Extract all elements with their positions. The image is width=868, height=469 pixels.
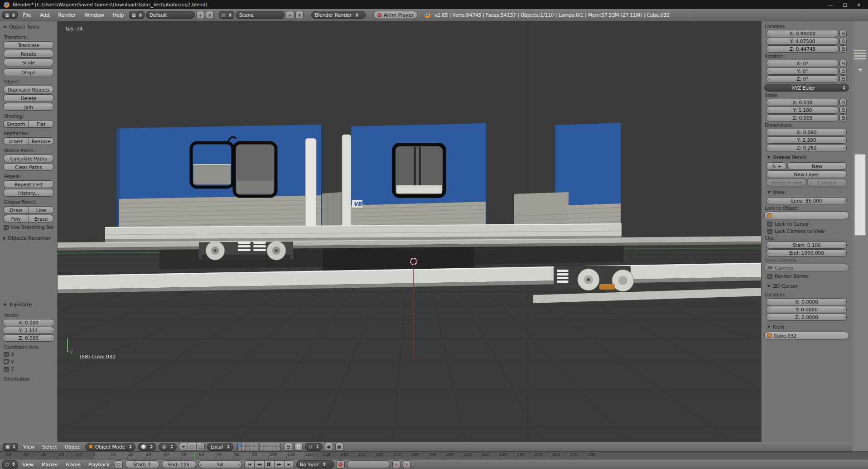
rotation-z-lock-button[interactable] <box>839 75 847 82</box>
stepper[interactable]: › <box>51 329 53 333</box>
rotation-z-field[interactable]: ‹Z: 0°› <box>767 75 839 82</box>
constraint-x-checkbox[interactable]: X <box>4 352 53 357</box>
rotation-y-lock-button[interactable] <box>839 68 847 75</box>
viewport-canvas[interactable]: VB <box>58 21 761 442</box>
stepper[interactable]: › <box>843 138 845 142</box>
layers-widget[interactable] <box>237 443 280 451</box>
stepper[interactable]: › <box>835 77 837 81</box>
select-menu[interactable]: Select <box>39 443 59 450</box>
scale-y-field[interactable]: ‹Y: 1.100› <box>767 106 839 114</box>
screen-layout-browse-button[interactable]: ▦ <box>129 11 145 19</box>
view-menu[interactable]: View <box>20 443 37 450</box>
layer-toggle[interactable] <box>254 447 258 451</box>
scale-x-lock-button[interactable] <box>839 99 847 106</box>
snap-element-dropdown[interactable]: ◇ <box>305 443 323 451</box>
view-panel-header[interactable]: View <box>764 187 849 197</box>
gp-poly-button[interactable]: Poly <box>3 215 29 222</box>
location-y-field[interactable]: ‹Y: 4.07500› <box>767 38 839 45</box>
insert-keyframe-icon-button[interactable]: × <box>392 460 400 468</box>
rotation-x-lock-button[interactable] <box>839 60 847 67</box>
pause-button[interactable]: ▌▌ <box>264 460 274 468</box>
scene-lock-button[interactable] <box>284 443 292 451</box>
constraint-z-checkbox[interactable]: Z <box>4 367 53 372</box>
editor-type-button-timeline[interactable]: ○ <box>2 460 18 469</box>
viewport-3d[interactable]: VB <box>58 21 761 442</box>
dimension-x-field[interactable]: ‹X: 0.060› <box>767 129 847 136</box>
stepper[interactable]: › <box>843 131 845 135</box>
remove-keyframe-button[interactable]: Remove <box>29 137 54 145</box>
repeat-last-button[interactable]: Repeat Last <box>3 180 54 188</box>
join-button[interactable]: Join <box>3 103 54 111</box>
item-panel-header[interactable]: Item <box>764 321 849 332</box>
stepper[interactable]: › <box>835 32 837 36</box>
history-button[interactable]: History... <box>3 189 54 197</box>
dimension-z-field[interactable]: ‹Z: 0.262› <box>767 144 847 151</box>
stepper[interactable]: › <box>835 116 837 120</box>
clear-paths-button[interactable]: Clear Paths <box>3 163 54 171</box>
clip-end-field[interactable]: ‹End: 1000.000› <box>767 249 847 256</box>
remove-scene-button[interactable]: × <box>295 11 304 19</box>
menu-help[interactable]: Help <box>109 11 128 19</box>
expand-plus-icon[interactable]: + <box>852 67 868 73</box>
timeline-view-menu[interactable]: View <box>20 461 37 468</box>
transform-orientation-dropdown[interactable]: Local <box>207 443 233 451</box>
end-frame-field[interactable]: End: 125 <box>162 460 196 468</box>
lock-camera-checkbox[interactable]: Lock Camera to View <box>767 228 846 234</box>
stepper[interactable]: › <box>835 101 837 105</box>
jump-to-start-button[interactable]: |◀ <box>244 460 254 468</box>
add-layout-button[interactable]: + <box>196 11 204 19</box>
menu-add[interactable]: Add <box>36 11 53 19</box>
snap-toggle-button[interactable]: Ω <box>294 443 303 451</box>
rotation-y-field[interactable]: ‹Y: 0°› <box>767 68 839 75</box>
cursor-panel-header[interactable]: 3D Cursor <box>764 280 849 291</box>
rotation-mode-dropdown[interactable]: XYZ Euler <box>764 84 849 92</box>
redo-translate-panel-header[interactable]: Translate <box>0 299 57 309</box>
stepper[interactable]: › <box>843 146 845 150</box>
prev-keyframe-button[interactable]: ◀◀ <box>254 460 264 468</box>
gp-new-button[interactable]: New <box>787 162 847 170</box>
cursor-z-field[interactable]: ‹Z: 0.0000› <box>767 314 847 321</box>
flat-button[interactable]: Flat <box>29 120 54 128</box>
menu-window[interactable]: Window <box>81 11 107 19</box>
manipulator-rotate-button[interactable]: ○ <box>188 443 196 450</box>
close-button[interactable]: × <box>857 2 861 7</box>
delete-keyframe-icon-button[interactable]: × <box>403 460 411 468</box>
object-tools-panel-header[interactable]: Object Tools <box>0 21 57 32</box>
delete-button[interactable]: Delete <box>3 94 54 102</box>
next-keyframe-button[interactable]: ▶▶ <box>274 460 284 468</box>
location-z-field[interactable]: ‹Z: 0.44745› <box>767 45 839 53</box>
object-menu[interactable]: Object <box>62 443 83 450</box>
menu-render[interactable]: Render <box>54 11 79 19</box>
anim-player-button[interactable]: Anim Player <box>373 11 418 19</box>
current-frame-line[interactable] <box>194 452 195 459</box>
add-scene-button[interactable]: + <box>286 11 294 19</box>
calculate-paths-button[interactable]: Calculate Paths <box>3 155 54 162</box>
rotate-button[interactable]: Rotate <box>3 50 54 58</box>
scene-browse-button[interactable]: ◎ <box>219 11 234 19</box>
stepper[interactable]: › <box>238 462 240 467</box>
local-camera-field[interactable]: Camera <box>764 264 849 271</box>
translate-button[interactable]: Translate <box>3 41 54 49</box>
cursor-y-field[interactable]: ‹Y: 0.0000› <box>767 306 847 313</box>
sync-mode-dropdown[interactable]: No Sync <box>296 460 334 469</box>
minimize-button[interactable]: — <box>828 2 833 7</box>
gp-delete-frame-button[interactable]: Delete Frame <box>767 179 806 186</box>
stepper[interactable]: › <box>835 69 837 73</box>
start-frame-field[interactable]: Start: 1 <box>125 460 159 468</box>
location-x-field[interactable]: ‹X: 0.80000› <box>767 30 839 37</box>
jump-to-end-button[interactable]: ▶| <box>284 460 294 468</box>
manipulator-scale-button[interactable]: □ <box>196 443 205 450</box>
auto-keyframe-record-button[interactable] <box>337 460 345 469</box>
redo-vector-z-field[interactable]: ‹Z: 0.000› <box>3 334 54 342</box>
stepper[interactable]: › <box>843 243 845 247</box>
scale-z-lock-button[interactable] <box>839 114 847 121</box>
lens-field[interactable]: ‹Lens: 35.000› <box>767 197 847 204</box>
timeline-playback-menu[interactable]: Playback <box>86 461 112 468</box>
timeline-ruler[interactable]: -50-40-30-20-100102030405060708090100110… <box>0 451 868 459</box>
stepper[interactable]: › <box>843 308 845 312</box>
lock-to-cursor-checkbox[interactable]: Lock to Cursor <box>767 221 846 227</box>
redo-vector-y-field[interactable]: ‹Y: 3.111› <box>3 327 54 334</box>
stepper[interactable]: › <box>843 251 845 255</box>
insert-keyframe-button[interactable]: Insert <box>3 137 29 145</box>
rotation-x-field[interactable]: ‹X: 0°› <box>767 60 839 67</box>
